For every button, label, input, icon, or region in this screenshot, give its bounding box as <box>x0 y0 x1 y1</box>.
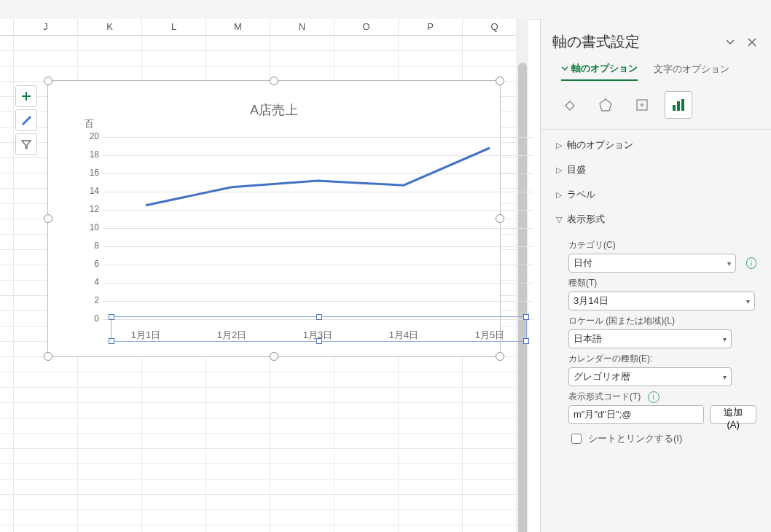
section-labels[interactable]: ▷ラベル <box>541 182 771 207</box>
type-label: 種類(T) <box>568 277 756 289</box>
select-value: 日付 <box>574 257 592 270</box>
resize-handle[interactable] <box>44 352 52 361</box>
checkbox-label: シートとリンクする(I) <box>588 432 682 445</box>
tab-axis-options[interactable]: 軸のオプション <box>561 62 638 81</box>
section-label: ラベル <box>567 188 595 201</box>
locale-select[interactable]: 日本語▾ <box>568 329 732 348</box>
resize-handle[interactable] <box>496 352 504 361</box>
axis-unit-label: 百 <box>85 117 94 130</box>
axis-options-category[interactable] <box>665 91 692 119</box>
column-headers: J K L M N O P Q <box>0 19 528 36</box>
tab-label: 文字のオプション <box>654 63 729 76</box>
chart-elements-button[interactable] <box>15 85 37 107</box>
resize-handle[interactable] <box>270 352 278 361</box>
link-to-source-checkbox[interactable]: シートとリンクする(I) <box>568 431 756 446</box>
chevron-down-icon <box>725 37 735 47</box>
chart-styles-button[interactable] <box>15 109 37 131</box>
add-button[interactable]: 追加(A) <box>710 405 756 424</box>
paint-bucket-icon <box>561 97 577 113</box>
section-label: 表示形式 <box>567 213 605 226</box>
chevron-down-icon <box>561 65 568 72</box>
col-header[interactable]: J <box>14 19 78 35</box>
chevron-down-icon: ▾ <box>723 373 727 381</box>
fill-line-category[interactable] <box>555 91 583 119</box>
pentagon-icon <box>598 97 614 113</box>
funnel-icon <box>20 138 32 150</box>
tab-label: 軸のオプション <box>571 62 638 75</box>
col-header[interactable]: M <box>206 19 270 35</box>
close-icon <box>748 38 756 47</box>
svg-rect-4 <box>681 99 684 111</box>
tab-text-options[interactable]: 文字のオプション <box>654 62 729 81</box>
plot-area[interactable]: 02468101214161820 <box>103 137 533 319</box>
chart-filters-button[interactable] <box>15 133 37 155</box>
resize-handle[interactable] <box>44 214 52 223</box>
section-axis-options[interactable]: ▷軸のオプション <box>541 133 771 157</box>
panel-title: 軸の書式設定 <box>552 32 716 52</box>
col-header[interactable]: N <box>270 19 334 35</box>
svg-rect-2 <box>673 105 676 111</box>
spreadsheet-grid[interactable]: J K L M N O P Q // rows rendered below v… <box>0 19 528 532</box>
info-icon[interactable]: i <box>746 257 756 269</box>
category-select[interactable]: 日付▾ <box>568 254 736 273</box>
select-value: 日本語 <box>574 332 602 345</box>
plus-icon <box>20 90 32 102</box>
svg-marker-0 <box>600 99 611 111</box>
size-properties-category[interactable] <box>628 91 656 119</box>
section-tick-marks[interactable]: ▷目盛 <box>541 157 771 182</box>
calendar-label: カレンダーの種類(E): <box>568 353 756 365</box>
resize-handle[interactable] <box>496 77 504 85</box>
chart-object[interactable]: A店売上 百 02468101214161820 1月1日1月2日1月3日1月4… <box>47 80 501 357</box>
size-icon <box>634 97 650 113</box>
section-number-format[interactable]: ▽表示形式 <box>541 207 771 232</box>
checkbox-input[interactable] <box>571 434 582 444</box>
section-label: 軸のオプション <box>567 138 633 152</box>
x-axis-selection[interactable] <box>111 316 527 342</box>
brush-icon <box>20 114 32 126</box>
panel-options-button[interactable] <box>723 35 737 50</box>
type-select[interactable]: 3月14日▾ <box>568 292 755 310</box>
input-value: m"月"d"日";@ <box>574 408 631 421</box>
info-icon[interactable]: i <box>648 391 660 403</box>
col-header[interactable]: O <box>334 19 399 35</box>
col-header[interactable]: K <box>78 19 142 35</box>
format-code-input[interactable]: m"月"d"日";@ <box>568 405 704 424</box>
format-axis-panel: 軸の書式設定 軸のオプション 文字のオプション <box>540 19 771 532</box>
locale-label: ロケール (国または地域)(L) <box>568 315 756 327</box>
select-value: 3月14日 <box>574 294 608 308</box>
svg-rect-3 <box>677 101 680 111</box>
chevron-down-icon: ▾ <box>723 335 727 343</box>
section-label: 目盛 <box>567 163 586 176</box>
chart-title[interactable]: A店売上 <box>48 101 500 119</box>
calendar-select[interactable]: グレゴリオ暦▾ <box>568 367 732 386</box>
chevron-down-icon: ▾ <box>746 297 750 305</box>
chart-mini-toolbar <box>15 85 37 155</box>
category-label: カテゴリ(C) <box>568 239 756 251</box>
resize-handle[interactable] <box>44 77 52 85</box>
col-header[interactable]: L <box>142 19 206 35</box>
format-code-label: 表示形式コード(T) i <box>568 391 756 403</box>
col-header[interactable]: P <box>399 19 463 35</box>
chevron-down-icon: ▾ <box>727 259 731 267</box>
select-value: グレゴリオ暦 <box>574 370 630 383</box>
bar-chart-icon <box>670 97 686 113</box>
effects-category[interactable] <box>592 91 619 119</box>
panel-close-button[interactable] <box>745 35 759 50</box>
resize-handle[interactable] <box>270 77 278 85</box>
